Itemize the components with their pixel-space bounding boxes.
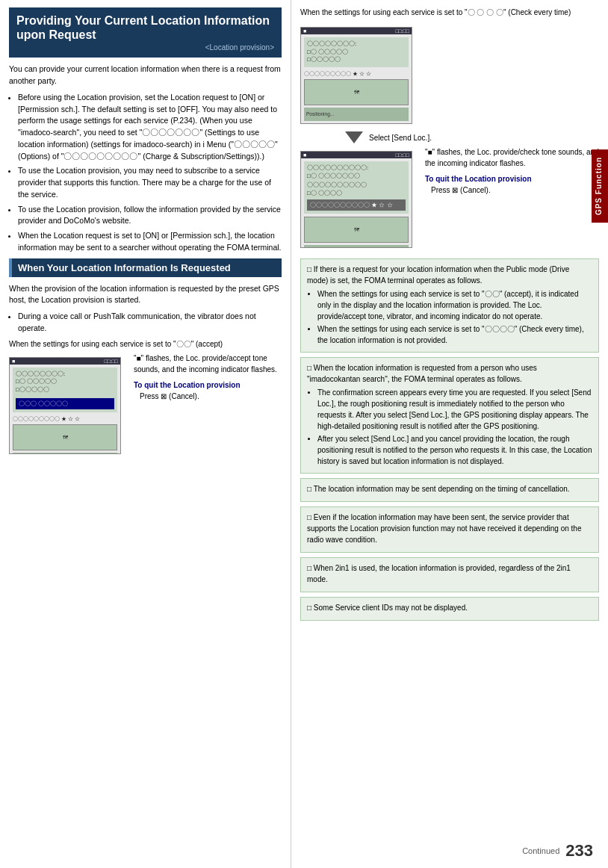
screen-line-r3: □〇〇〇〇〇: [307, 56, 406, 64]
note-2-list: The confirmation screen appears every ti…: [307, 387, 592, 467]
bullet-list-2: During a voice call or PushTalk communic…: [9, 311, 282, 335]
section-body: When the provision of the location infor…: [9, 283, 282, 307]
screen-inner-3: 〇〇〇〇〇〇〇〇〇〇: □〇 〇〇〇〇〇〇〇 〇〇〇〇〇〇〇〇〇〇 □〇 〇〇〇…: [304, 161, 409, 214]
screen-img-area-3: 🗺: [304, 217, 409, 243]
bullet-item-1: Before using the Location provision, set…: [18, 92, 282, 163]
note-1-text: □ If there is a request for your locatio…: [307, 264, 592, 286]
note-2-sub-1: The confirmation screen appears every ti…: [317, 387, 592, 432]
check-label: When the settings for using each service…: [300, 7, 599, 18]
note-1-sub-1: When the settings for using each service…: [317, 288, 592, 322]
phone-mock-check-2: ■ □□:□□ 〇〇〇〇〇〇〇〇〇〇: □〇 〇〇〇〇〇〇〇 〇〇〇〇〇〇〇〇〇…: [300, 146, 416, 252]
screen-line-3: □〇〇〇〇〇: [16, 386, 114, 394]
note-2-sub-2: After you select [Send Loc.] and you can…: [317, 433, 592, 467]
screen-time-3: □□:□□: [395, 152, 409, 158]
section-header: When Your Location Information Is Reques…: [9, 258, 282, 277]
screen-status-bar-2: ■ □□:□□: [301, 28, 412, 34]
screen-inner-2: 〇〇〇〇〇〇〇〇: □〇 〇〇〇〇〇 □〇〇〇〇〇: [304, 37, 409, 67]
section-title: When Your Location Information Is Reques…: [18, 262, 231, 273]
screen-line-r2: □〇 〇〇〇〇〇: [307, 49, 406, 57]
note-4: □ Even if the location information may h…: [300, 506, 599, 553]
gps-sidebar-label: GPS Function: [592, 149, 608, 223]
screen-map-icon: 🗺: [354, 90, 359, 95]
check-screen-row: ■ □□:□□ 〇〇〇〇〇〇〇〇〇〇: □〇 〇〇〇〇〇〇〇 〇〇〇〇〇〇〇〇〇…: [300, 146, 599, 252]
screen-img-text: 🗺: [63, 435, 68, 440]
accept-label: When the settings for using each service…: [9, 339, 282, 350]
screen-img-area-2: 🗺: [304, 79, 409, 105]
note-6: □ Some Service client IDs may not be dis…: [300, 597, 599, 621]
note-2-text: □ When the location information is reque…: [307, 362, 592, 385]
screen-bottom-2: Positioning...: [304, 108, 409, 121]
note-4-text: □ Even if the location information may h…: [307, 512, 592, 545]
screen-bottom: Positioning your location.Press clear ke…: [13, 453, 117, 453]
note-5-text: □ When 2in1 is used, the location inform…: [307, 562, 592, 585]
phone-mock-accept: ■ □□:□□ 〇〇〇〇〇〇〇〇: □〇 〇〇〇〇〇 □〇〇〇〇〇 〇〇〇 〇〇…: [9, 353, 125, 459]
screen-inner: 〇〇〇〇〇〇〇〇: □〇 〇〇〇〇〇 □〇〇〇〇〇 〇〇〇 〇〇〇〇〇: [13, 368, 117, 413]
page-title-box: Providing Your Current Location Informat…: [9, 7, 282, 58]
screen-bottom-3: Positioning your location. Press clear k…: [304, 245, 409, 248]
note-1-sub-2: When the settings for using each service…: [317, 323, 592, 346]
note-1: □ If there is a request for your locatio…: [300, 258, 599, 353]
screen-icon-2: ■: [303, 28, 306, 34]
screen-stars-2: 〇〇〇〇〇〇〇〇〇 ★ ☆ ☆: [304, 70, 409, 77]
screen-time: □□:□□: [104, 359, 118, 364]
right-column: When the settings for using each service…: [291, 0, 608, 868]
quit-label-1: To quit the Location provision: [134, 379, 282, 391]
quit-desc-1: Press ⊠ (Cancel).: [134, 391, 282, 402]
screen-line-c1: 〇〇〇〇〇〇〇〇〇〇:: [307, 164, 406, 173]
screen-highlight-2: 〇〇〇〇〇〇〇〇〇〇 ★ ☆ ☆: [307, 199, 406, 211]
accept-side-desc: "■" flashes, the Loc. provide/accept ton…: [134, 353, 282, 402]
screen-status-bar-3: ■ □□:□□: [301, 152, 412, 158]
check-screen-area: ■ □□:□□ 〇〇〇〇〇〇〇〇: □〇 〇〇〇〇〇 □〇〇〇〇〇 〇〇〇〇〇〇…: [300, 22, 599, 128]
quit-desc-2: Press ⊠ (Cancel).: [425, 185, 599, 196]
bullet-item-4: When the Location request is set to [ON]…: [18, 230, 282, 254]
phone-screen-check-2: ■ □□:□□ 〇〇〇〇〇〇〇〇〇〇: □〇 〇〇〇〇〇〇〇 〇〇〇〇〇〇〇〇〇…: [300, 151, 412, 248]
note-6-text: □ Some Service client IDs may not be dis…: [307, 602, 592, 613]
desc-text-1: "■" flashes, the Loc. provide/accept ton…: [134, 353, 282, 375]
screen-img-area: 🗺: [13, 424, 117, 450]
left-column: Providing Your Current Location Informat…: [0, 0, 291, 868]
bullet-item-3: To use the Location provision, follow th…: [18, 204, 282, 228]
page-title-main: Providing Your Current Location Informat…: [16, 13, 274, 42]
page-title-sub: <Location provision>: [16, 43, 274, 52]
accept-screen-row: ■ □□:□□ 〇〇〇〇〇〇〇〇: □〇 〇〇〇〇〇 □〇〇〇〇〇 〇〇〇 〇〇…: [9, 353, 282, 459]
note-5: □ When 2in1 is used, the location inform…: [300, 557, 599, 592]
intro-text: You can provide your current location in…: [9, 63, 282, 87]
arrow-down-icon: [345, 131, 363, 143]
bullet-item-2: To use the Location provision, you may n…: [18, 165, 282, 200]
check-side-desc: "■" flashes, the Loc. provide/check tone…: [425, 146, 599, 196]
screen-icon: ■: [12, 359, 15, 364]
note-1-list: When the settings for using each service…: [307, 288, 592, 346]
screen-map-icon-2: 🗺: [354, 227, 359, 232]
note-3-text: □ The location information may be sent d…: [307, 483, 592, 495]
note-2: □ When the location information is reque…: [300, 357, 599, 474]
screen-highlight: 〇〇〇 〇〇〇〇〇: [16, 398, 114, 409]
desc-text-2: "■" flashes, the Loc. provide/check tone…: [425, 146, 599, 169]
page-number: 233: [565, 841, 593, 861]
screen-line-r1: 〇〇〇〇〇〇〇〇:: [307, 40, 406, 49]
screen-stars: 〇〇〇〇〇〇〇〇〇 ★ ☆ ☆: [13, 415, 117, 422]
screen-line-c2: □〇 〇〇〇〇〇〇〇: [307, 173, 406, 181]
note-3: □ The location information may be sent d…: [300, 478, 599, 502]
bullet-item-5: During a voice call or PushTalk communic…: [18, 311, 282, 335]
screen-line-c3: 〇〇〇〇〇〇〇〇〇〇: [307, 182, 406, 190]
screen-time-2: □□:□□: [395, 28, 409, 34]
continued-text: Continued: [522, 846, 559, 855]
screen-bottom-text-2: Positioning...: [306, 111, 334, 117]
screen-icon-3: ■: [303, 152, 306, 158]
arrow-row: Select [Send Loc.].: [300, 131, 599, 143]
phone-mock-check-top: ■ □□:□□ 〇〇〇〇〇〇〇〇: □〇 〇〇〇〇〇 □〇〇〇〇〇 〇〇〇〇〇〇…: [300, 22, 416, 128]
screen-bottom-text-3: Positioning your location. Press clear k…: [306, 247, 406, 248]
bottom-bar: Continued 233: [522, 841, 593, 861]
quit-label-2: To quit the Location provision: [425, 173, 599, 185]
select-label: Select [Send Loc.].: [369, 134, 432, 142]
screen-status-bar: ■ □□:□□: [10, 358, 120, 365]
screen-line-c4: □〇 〇〇〇〇: [307, 190, 406, 198]
screen-line-2: □〇 〇〇〇〇〇: [16, 378, 114, 386]
screen-line-1: 〇〇〇〇〇〇〇〇:: [16, 371, 114, 379]
phone-screen-accept: ■ □□:□□ 〇〇〇〇〇〇〇〇: □〇 〇〇〇〇〇 □〇〇〇〇〇 〇〇〇 〇〇…: [9, 357, 121, 454]
bullet-list: Before using the Location provision, set…: [9, 92, 282, 254]
phone-screen-check-top: ■ □□:□□ 〇〇〇〇〇〇〇〇: □〇 〇〇〇〇〇 □〇〇〇〇〇 〇〇〇〇〇〇…: [300, 27, 412, 124]
